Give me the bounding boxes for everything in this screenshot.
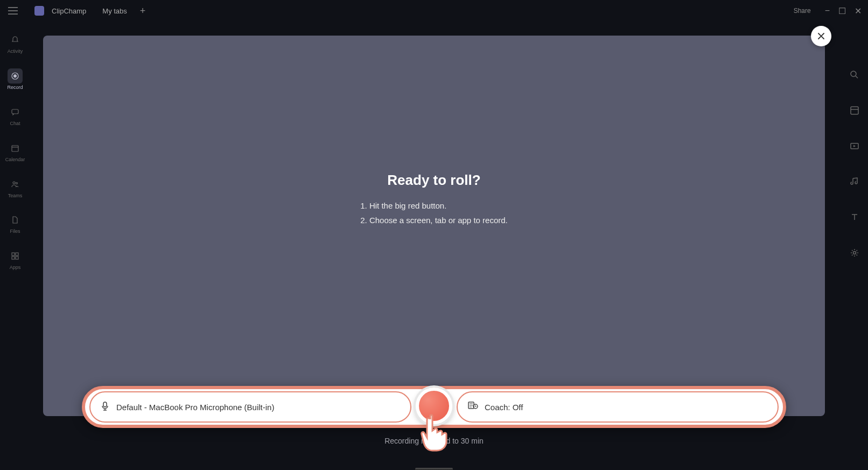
nav-chat[interactable]: Chat (2, 102, 28, 129)
right-rail (844, 22, 868, 470)
hamburger-menu-icon[interactable] (6, 4, 19, 17)
minimize-icon[interactable]: − (825, 6, 830, 16)
nav-apps[interactable]: Apps (2, 246, 28, 273)
svg-rect-6 (12, 253, 15, 255)
rail-text-icon[interactable] (850, 212, 863, 225)
rail-search-icon[interactable] (850, 70, 863, 83)
coach-icon (467, 401, 478, 413)
svg-point-1 (13, 74, 17, 78)
svg-rect-2 (12, 109, 18, 114)
svg-rect-8 (12, 257, 15, 259)
close-modal-button[interactable] (811, 26, 831, 46)
nav-label: Record (7, 85, 23, 91)
record-icon (8, 68, 23, 84)
bottom-strip (415, 468, 453, 470)
svg-rect-7 (16, 253, 18, 255)
instruction-step-1: 1. Hit the big red button. (360, 198, 508, 212)
apps-icon (8, 248, 23, 264)
nav-label: Calendar (5, 157, 25, 163)
window-controls: − ☐ ✕ (825, 6, 862, 16)
app-title: ClipChamp (52, 7, 86, 15)
chat-icon (8, 105, 23, 120)
svg-rect-3 (12, 146, 18, 151)
svg-rect-14 (103, 402, 107, 407)
nav-label: Teams (8, 193, 23, 199)
rail-templates-icon[interactable] (850, 106, 863, 119)
people-icon (8, 177, 23, 192)
svg-point-10 (851, 71, 856, 77)
svg-rect-11 (851, 107, 858, 114)
svg-rect-9 (16, 257, 18, 259)
svg-point-13 (853, 252, 856, 254)
coach-selector[interactable]: Coach: Off (457, 391, 779, 423)
record-button[interactable] (416, 388, 452, 424)
nav-label: Files (10, 229, 20, 234)
nav-teams[interactable]: Teams (2, 175, 28, 201)
nav-record[interactable]: Record (2, 66, 28, 93)
nav-label: Activity (8, 49, 23, 54)
file-icon (8, 212, 23, 227)
modal-heading: Ready to roll? (360, 171, 508, 188)
calendar-icon (8, 141, 23, 156)
svg-point-4 (13, 182, 15, 184)
microphone-icon (100, 401, 110, 413)
close-window-icon[interactable]: ✕ (855, 6, 862, 16)
instruction-step-2: 2. Choose a screen, tab or app to record… (360, 212, 508, 227)
tab-mytabs[interactable]: My tabs (98, 5, 131, 17)
app-badge-icon (34, 6, 44, 16)
microphone-label: Default - MacBook Pro Microphone (Built-… (116, 403, 274, 412)
rail-music-icon[interactable] (850, 177, 863, 190)
nav-calendar[interactable]: Calendar (2, 139, 28, 165)
nav-activity[interactable]: Activity (2, 30, 28, 57)
record-modal: Ready to roll? 1. Hit the big red button… (43, 36, 825, 416)
left-nav-rail: Activity Record Chat Calendar Teams File… (0, 22, 30, 470)
nav-label: Chat (10, 121, 20, 127)
rail-media-icon[interactable] (850, 141, 863, 154)
modal-instructions: Ready to roll? 1. Hit the big red button… (360, 171, 508, 227)
rail-settings-icon[interactable] (850, 248, 863, 261)
bell-icon (8, 32, 23, 47)
share-button[interactable]: Share (788, 5, 816, 17)
add-tab-button[interactable]: + (140, 5, 146, 17)
topbar: ClipChamp My tabs + Share − ☐ ✕ (0, 0, 868, 22)
microphone-selector[interactable]: Default - MacBook Pro Microphone (Built-… (89, 391, 411, 423)
nav-label: Apps (10, 265, 21, 271)
maximize-icon[interactable]: ☐ (838, 6, 846, 16)
coach-label: Coach: Off (485, 403, 523, 412)
recording-control-bar: Default - MacBook Pro Microphone (Built-… (82, 386, 786, 428)
svg-point-5 (16, 182, 18, 184)
recording-limit-text: Recording is limited to 30 min (384, 437, 484, 445)
nav-files[interactable]: Files (2, 210, 28, 237)
